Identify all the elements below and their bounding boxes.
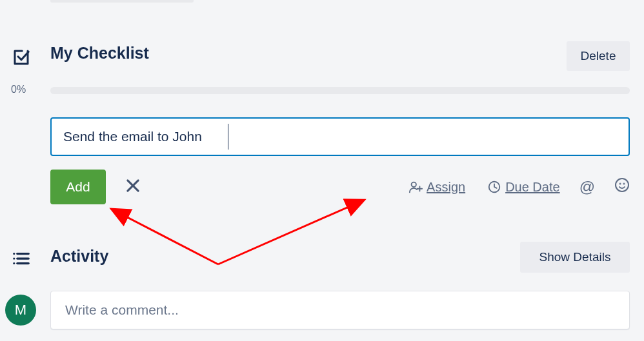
checklist-icon — [12, 48, 31, 70]
assign-action[interactable]: Assign — [406, 180, 468, 195]
previous-item-placeholder — [50, 0, 194, 3]
emoji-button[interactable] — [614, 177, 630, 197]
assign-icon — [408, 180, 423, 194]
checklist-item-input[interactable] — [50, 117, 630, 156]
duedate-action[interactable]: Due Date — [485, 180, 563, 195]
svg-point-7 — [620, 184, 621, 184]
add-button[interactable]: Add — [50, 170, 106, 204]
svg-point-8 — [624, 184, 625, 184]
svg-line-16 — [218, 200, 365, 264]
comment-input[interactable] — [50, 291, 630, 329]
assign-label: Assign — [427, 180, 465, 195]
activity-icon — [12, 250, 31, 269]
text-caret — [228, 124, 228, 150]
mention-button[interactable]: @ — [579, 178, 595, 196]
emoji-icon — [614, 177, 630, 193]
duedate-label: Due Date — [505, 180, 560, 195]
show-details-button[interactable]: Show Details — [520, 242, 630, 273]
svg-point-6 — [616, 179, 629, 191]
progress-percent: 0% — [11, 84, 26, 95]
delete-button[interactable]: Delete — [567, 41, 630, 71]
svg-point-2 — [412, 182, 416, 187]
close-icon[interactable] — [124, 177, 142, 197]
activity-title: Activity — [50, 247, 108, 266]
checklist-title[interactable]: My Checklist — [50, 44, 149, 63]
avatar[interactable]: M — [5, 295, 36, 326]
checklist-item-actions: Add Assign Due Date @ — [50, 168, 630, 206]
progress-bar — [50, 87, 630, 94]
clock-icon — [487, 180, 501, 194]
svg-line-15 — [111, 209, 218, 264]
